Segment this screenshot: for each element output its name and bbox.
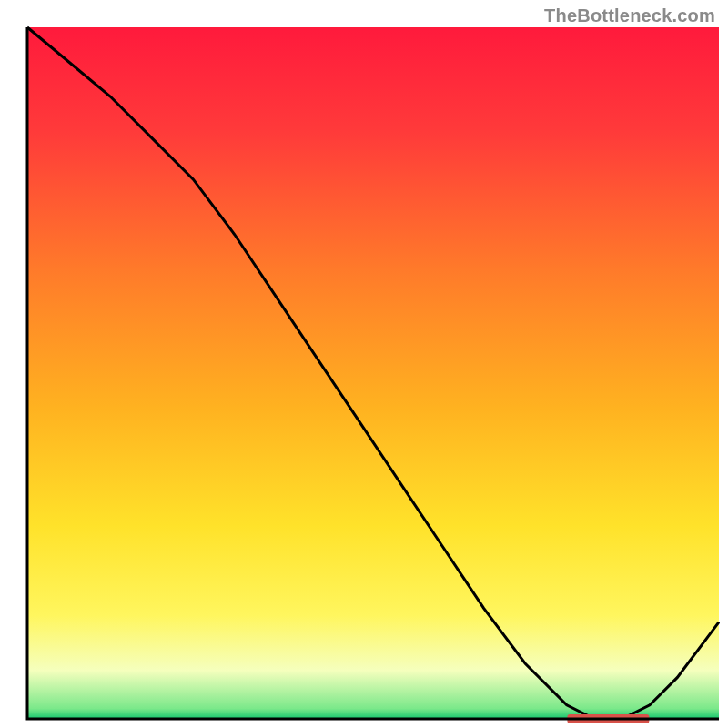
watermark-text: TheBottleneck.com xyxy=(544,5,715,26)
chart-container: TheBottleneck.com xyxy=(0,0,728,728)
plot-background xyxy=(27,27,719,719)
bottleneck-chart xyxy=(0,0,728,728)
